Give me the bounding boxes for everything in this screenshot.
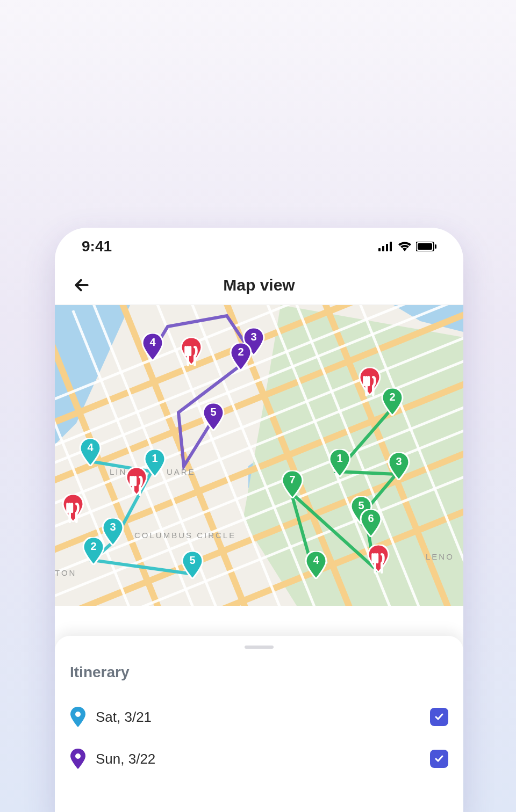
wifi-icon: [398, 242, 412, 251]
map-pin-food-f5[interactable]: [367, 545, 390, 572]
itinerary-row[interactable]: Sat, 3/21: [70, 696, 448, 738]
svg-point-34: [75, 753, 81, 759]
map-pin-p-purple-2[interactable]: 2: [230, 343, 252, 371]
battery-icon: [416, 242, 436, 251]
map-pin-p-green-7[interactable]: 7: [281, 470, 304, 498]
pin-number: 1: [328, 452, 351, 465]
itinerary-sheet[interactable]: Itinerary Sat, 3/21 Sun, 3/22: [55, 636, 463, 812]
itinerary-date: Sun, 3/22: [96, 751, 420, 767]
map-pin-food-f1[interactable]: [180, 337, 203, 365]
sheet-title: Itinerary: [70, 664, 448, 681]
pin-number: 4: [79, 441, 102, 454]
itinerary-date: Sat, 3/21: [96, 709, 420, 726]
page-title: Map view: [55, 276, 463, 294]
svg-rect-3: [390, 242, 392, 251]
map[interactable]: LINCO UARE COLUMBUS CIRCLE TON LENO 1432…: [55, 305, 463, 606]
pin-number: 3: [242, 331, 265, 343]
pin-number: 6: [360, 512, 382, 525]
nav-bar: Map view: [55, 265, 463, 305]
location-pin-icon: [70, 749, 86, 769]
map-pin-food-f3[interactable]: [125, 467, 148, 495]
pin-number: 5: [202, 406, 225, 418]
utensils-icon: [367, 549, 390, 579]
map-pin-p-teal-5[interactable]: 5: [181, 551, 204, 579]
pin-number: 4: [305, 554, 327, 567]
status-bar: 9:41: [55, 228, 463, 265]
utensils-icon: [180, 342, 203, 372]
pin-number: 7: [281, 474, 304, 486]
cellular-icon: [378, 242, 393, 251]
map-pin-p-teal-4[interactable]: 4: [79, 438, 102, 466]
itinerary-row[interactable]: Sun, 3/22: [70, 738, 448, 780]
arrow-left-icon: [73, 277, 90, 294]
pin-number: 2: [381, 391, 404, 403]
pin-number: 2: [230, 346, 252, 358]
status-time: 9:41: [82, 238, 112, 255]
map-label-square: UARE: [167, 467, 196, 476]
map-pin-p-teal-3[interactable]: 3: [102, 518, 124, 546]
map-label-ton: TON: [55, 568, 76, 577]
utensils-icon: [125, 472, 148, 502]
itinerary-checkbox[interactable]: [430, 708, 448, 726]
phone-frame: 9:41 Map view: [55, 228, 463, 812]
status-icons: [378, 242, 436, 251]
location-pin-icon: [70, 707, 86, 727]
utensils-icon: [62, 499, 84, 529]
pin-number: 1: [144, 452, 166, 465]
svg-rect-0: [378, 248, 381, 251]
map-label-leno: LENO: [426, 552, 454, 561]
svg-rect-2: [386, 244, 388, 251]
map-pin-food-f2[interactable]: [359, 367, 381, 395]
sheet-grabber[interactable]: [245, 646, 274, 649]
pin-number: 3: [388, 455, 410, 468]
map-label-columbus: COLUMBUS CIRCLE: [134, 531, 236, 540]
map-pin-p-purple-4[interactable]: 4: [141, 333, 164, 361]
map-pin-p-purple-5[interactable]: 5: [202, 403, 225, 431]
map-pin-p-green-2[interactable]: 2: [381, 388, 404, 416]
back-button[interactable]: [70, 273, 94, 297]
check-icon: [434, 753, 445, 764]
svg-point-33: [75, 712, 81, 717]
svg-rect-6: [435, 244, 436, 249]
pin-number: 2: [82, 540, 105, 553]
map-pin-food-f4[interactable]: [62, 494, 84, 522]
pin-number: 5: [181, 554, 204, 567]
svg-rect-5: [418, 243, 432, 250]
utensils-icon: [359, 372, 381, 402]
check-icon: [434, 712, 445, 722]
itinerary-checkbox[interactable]: [430, 750, 448, 768]
svg-rect-1: [382, 246, 384, 251]
pin-number: 4: [141, 336, 164, 349]
map-pin-p-teal-2[interactable]: 2: [82, 537, 105, 565]
map-pin-p-green-4[interactable]: 4: [305, 551, 327, 579]
map-pin-p-green-1[interactable]: 1: [328, 449, 351, 477]
pin-number: 3: [102, 521, 124, 533]
map-pin-p-green-6[interactable]: 6: [360, 509, 382, 537]
map-pin-p-green-3[interactable]: 3: [388, 452, 410, 480]
